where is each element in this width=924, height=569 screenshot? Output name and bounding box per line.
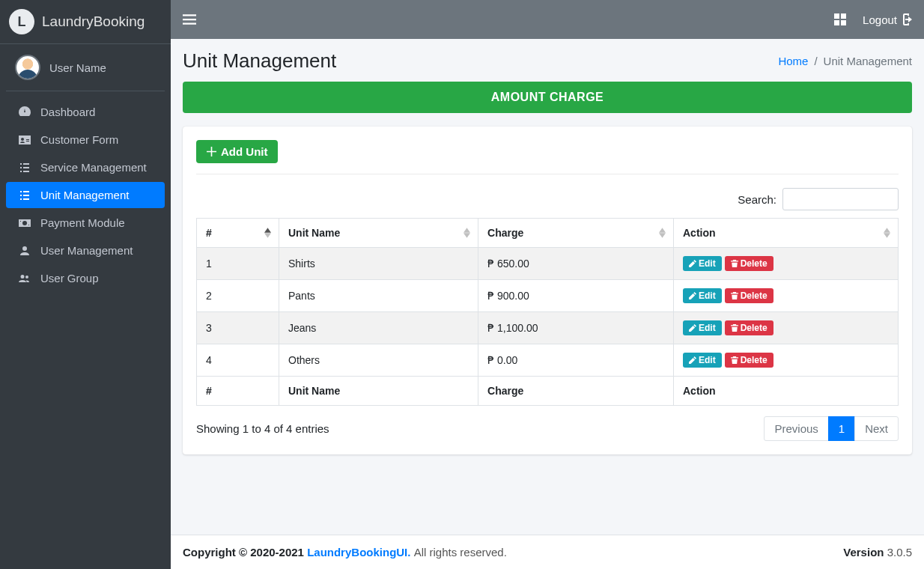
foot-charge: Charge bbox=[478, 377, 674, 406]
pagination-previous[interactable]: Previous bbox=[765, 417, 827, 440]
trash-icon bbox=[731, 292, 738, 299]
cell-charge: ₱ 1,100.00 bbox=[478, 312, 674, 344]
sidebar-item-user-group[interactable]: User Group bbox=[6, 265, 165, 291]
search-label: Search: bbox=[738, 188, 899, 210]
add-unit-button[interactable]: Add Unit bbox=[196, 140, 278, 163]
banner: AMOUNT CHARGE bbox=[183, 82, 912, 113]
edit-button[interactable]: Edit bbox=[683, 353, 722, 368]
sidebar-item-dashboard[interactable]: Dashboard bbox=[6, 99, 165, 125]
logout-label: Logout bbox=[863, 13, 897, 26]
unit-table: # Unit Name Charge Action 1Shirts₱ 650.0… bbox=[196, 218, 899, 406]
grid-icon[interactable] bbox=[834, 13, 846, 25]
foot-num: # bbox=[197, 377, 279, 406]
pencil-icon bbox=[689, 292, 696, 299]
pagination-page-1[interactable]: 1 bbox=[829, 417, 854, 440]
col-action[interactable]: Action bbox=[674, 219, 899, 248]
table-row: 2Pants₱ 900.00EditDelete bbox=[197, 280, 899, 312]
cell-action: EditDelete bbox=[674, 248, 899, 280]
brand-logo: L bbox=[9, 9, 34, 34]
table-row: 4Others₱ 0.00EditDelete bbox=[197, 344, 899, 377]
page-title: Unit Management bbox=[183, 49, 336, 73]
col-unit-name[interactable]: Unit Name bbox=[279, 219, 478, 248]
version-label: Version bbox=[843, 546, 884, 559]
logout-button[interactable]: Logout bbox=[863, 13, 912, 26]
sidebar-item-label: Payment Module bbox=[40, 216, 125, 229]
sort-icon bbox=[463, 228, 470, 238]
signout-icon bbox=[900, 13, 912, 25]
cell-unit-name: Others bbox=[279, 344, 478, 377]
cell-num: 1 bbox=[197, 248, 279, 280]
sort-icon bbox=[884, 228, 890, 238]
sidebar-item-user-management[interactable]: User Management bbox=[6, 237, 165, 264]
trash-icon bbox=[731, 260, 738, 267]
cell-unit-name: Shirts bbox=[279, 248, 478, 280]
nav-menu: DashboardCustomer FormService Management… bbox=[0, 99, 171, 293]
cell-action: EditDelete bbox=[674, 312, 899, 344]
delete-button[interactable]: Delete bbox=[725, 288, 773, 303]
sort-icon bbox=[264, 228, 271, 238]
topbar: Logout bbox=[171, 0, 924, 39]
foot-action: Action bbox=[674, 377, 899, 406]
pencil-icon bbox=[689, 324, 696, 332]
version-number: 3.0.5 bbox=[884, 546, 912, 559]
search-input[interactable] bbox=[782, 188, 899, 210]
money-icon bbox=[16, 217, 33, 229]
sidebar-item-service-management[interactable]: Service Management bbox=[6, 154, 165, 180]
edit-button[interactable]: Edit bbox=[683, 256, 722, 271]
breadcrumb-current: Unit Management bbox=[808, 55, 912, 67]
table-row: 1Shirts₱ 650.00EditDelete bbox=[197, 248, 899, 280]
sidebar-item-label: Customer Form bbox=[40, 133, 118, 146]
cell-action: EditDelete bbox=[674, 344, 899, 377]
table-info: Showing 1 to 4 of 4 entries bbox=[196, 422, 329, 435]
cell-charge: ₱ 900.00 bbox=[478, 280, 674, 312]
delete-button[interactable]: Delete bbox=[725, 256, 773, 271]
user-name[interactable]: User Name bbox=[49, 61, 106, 74]
col-num[interactable]: # bbox=[197, 219, 279, 248]
avatar[interactable] bbox=[15, 55, 40, 80]
cell-num: 4 bbox=[197, 344, 279, 377]
trash-icon bbox=[731, 324, 738, 332]
delete-button[interactable]: Delete bbox=[725, 353, 773, 368]
breadcrumb-home[interactable]: Home bbox=[778, 55, 808, 67]
delete-button[interactable]: Delete bbox=[725, 320, 773, 335]
pencil-icon bbox=[689, 260, 696, 267]
sidebar-item-label: Service Management bbox=[40, 161, 147, 174]
menu-toggle-button[interactable] bbox=[183, 13, 196, 26]
trash-icon bbox=[731, 356, 738, 364]
list-icon bbox=[16, 189, 33, 201]
users-icon bbox=[16, 273, 33, 284]
cell-charge: ₱ 0.00 bbox=[478, 344, 674, 377]
sidebar-item-payment-module[interactable]: Payment Module bbox=[6, 210, 165, 236]
cell-num: 2 bbox=[197, 280, 279, 312]
user-icon bbox=[16, 245, 33, 257]
breadcrumb: Home Unit Management bbox=[778, 55, 912, 67]
card: Add Unit Search: # Unit Name Charge bbox=[183, 127, 912, 454]
pagination: Previous 1 Next bbox=[765, 416, 899, 441]
cell-num: 3 bbox=[197, 312, 279, 344]
brand-name: LaundryBooking bbox=[42, 13, 145, 30]
pagination-next[interactable]: Next bbox=[855, 417, 898, 440]
cell-unit-name: Jeans bbox=[279, 312, 478, 344]
user-panel: User Name bbox=[6, 44, 165, 91]
cell-charge: ₱ 650.00 bbox=[478, 248, 674, 280]
table-row: 3Jeans₱ 1,100.00EditDelete bbox=[197, 312, 899, 344]
sidebar-item-label: User Management bbox=[40, 244, 133, 257]
cell-unit-name: Pants bbox=[279, 280, 478, 312]
brand[interactable]: L LaundryBooking bbox=[0, 0, 171, 44]
sidebar-item-label: Unit Management bbox=[40, 189, 129, 201]
dashboard-icon bbox=[16, 106, 33, 118]
sidebar-item-unit-management[interactable]: Unit Management bbox=[6, 182, 165, 208]
sidebar: L LaundryBooking User Name DashboardCust… bbox=[0, 0, 171, 569]
footer-brand-link[interactable]: LaundryBookingUI. bbox=[307, 546, 410, 559]
footer: Copyright © 2020-2021 LaundryBookingUI. … bbox=[171, 535, 924, 569]
sidebar-item-customer-form[interactable]: Customer Form bbox=[6, 127, 165, 153]
edit-button[interactable]: Edit bbox=[683, 320, 722, 335]
foot-unit-name: Unit Name bbox=[279, 377, 478, 406]
sidebar-item-label: Dashboard bbox=[40, 106, 95, 118]
edit-button[interactable]: Edit bbox=[683, 288, 722, 303]
cell-action: EditDelete bbox=[674, 280, 899, 312]
col-charge[interactable]: Charge bbox=[478, 219, 674, 248]
list-icon bbox=[16, 162, 33, 174]
plus-icon bbox=[207, 147, 216, 156]
content-header: Unit Management Home Unit Management bbox=[171, 39, 924, 82]
